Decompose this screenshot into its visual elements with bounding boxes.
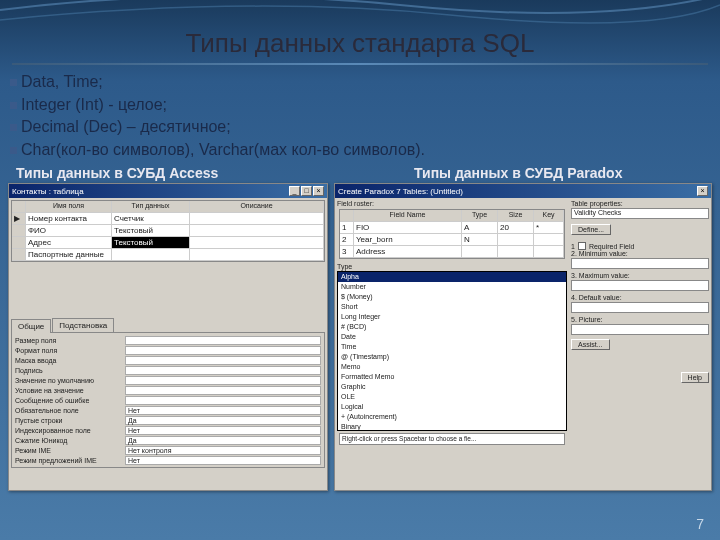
paradox-titlebar: Create Paradox 7 Tables: (Untitled) × bbox=[335, 184, 711, 198]
table-props-select[interactable]: Validity Checks bbox=[571, 208, 709, 219]
paradox-window-title: Create Paradox 7 Tables: (Untitled) bbox=[338, 187, 463, 196]
type-option[interactable]: Formatted Memo bbox=[338, 372, 566, 382]
type-option[interactable]: OLE bbox=[338, 392, 566, 402]
type-dropdown[interactable]: Текстовый Текстовый Поле МЕМО Числовой Д… bbox=[112, 237, 190, 249]
property-row[interactable]: Обязательное полеНет bbox=[14, 405, 322, 415]
type-option[interactable]: Memo bbox=[338, 362, 566, 372]
type-dropdown-menu[interactable]: Текстовый Поле МЕМО Числовой Дата/время … bbox=[112, 248, 190, 249]
required-field-check[interactable]: 1Required Field bbox=[571, 242, 709, 250]
picture-input[interactable] bbox=[571, 324, 709, 335]
property-row[interactable]: Формат поля bbox=[14, 345, 322, 355]
type-option[interactable]: Graphic bbox=[338, 382, 566, 392]
tab-lookup[interactable]: Подстановка bbox=[52, 318, 114, 332]
property-row[interactable]: Маска ввода bbox=[14, 355, 322, 365]
property-row[interactable]: Режим предложений IMEНет bbox=[14, 455, 322, 465]
default-value-input[interactable] bbox=[571, 302, 709, 313]
access-window: Контакты : таблица _ □ × Имя поля Тип да… bbox=[8, 183, 328, 491]
bullet-2: Decimal (Dec) – десятичное; bbox=[21, 118, 231, 135]
define-button[interactable]: Define... bbox=[571, 224, 611, 235]
property-row[interactable]: Размер поля bbox=[14, 335, 322, 345]
property-row[interactable]: Значение по умолчанию bbox=[14, 375, 322, 385]
bullet-3: Char(кол-во символов), Varchar(мах кол-в… bbox=[21, 141, 425, 158]
property-row[interactable]: Сжатие ЮникодДа bbox=[14, 435, 322, 445]
type-option[interactable]: $ (Money) bbox=[338, 292, 566, 302]
type-option[interactable]: Binary bbox=[338, 422, 566, 431]
hint-box: Right-click or press Spacebar to choose … bbox=[339, 433, 565, 445]
bullet-1: Integer (Int) - целое; bbox=[21, 96, 167, 113]
access-titlebar: Контакты : таблица _ □ × bbox=[9, 184, 327, 198]
bullet-list: Data, Time; Integer (Int) - целое; Decim… bbox=[0, 71, 720, 160]
property-row[interactable]: Подпись bbox=[14, 365, 322, 375]
minimize-button[interactable]: _ bbox=[289, 186, 300, 196]
type-option[interactable]: Short bbox=[338, 302, 566, 312]
type-label: Type bbox=[337, 263, 567, 270]
paradox-type-list[interactable]: AlphaNumber$ (Money)ShortLong Integer# (… bbox=[337, 271, 567, 431]
paradox-field-grid[interactable]: Field Name Type Size Key 1FIOA20* 2Year_… bbox=[339, 209, 565, 259]
property-row[interactable]: Индексированное полеНет bbox=[14, 425, 322, 435]
type-option[interactable]: + (Autoincrement) bbox=[338, 412, 566, 422]
close-button[interactable]: × bbox=[313, 186, 324, 196]
type-option[interactable]: Long Integer bbox=[338, 312, 566, 322]
slide-title: Типы данных стандарта SQL bbox=[0, 28, 720, 59]
close-button[interactable]: × bbox=[697, 186, 708, 196]
property-row[interactable]: Условие на значение bbox=[14, 385, 322, 395]
access-field-grid[interactable]: Имя поля Тип данных Описание ▶Номер конт… bbox=[11, 200, 325, 262]
maximize-button[interactable]: □ bbox=[301, 186, 312, 196]
bullet-0: Data, Time; bbox=[21, 73, 103, 90]
paradox-window: Create Paradox 7 Tables: (Untitled) × Fi… bbox=[334, 183, 712, 491]
assist-button[interactable]: Assist... bbox=[571, 339, 610, 350]
field-roster-label: Field roster: bbox=[337, 200, 567, 207]
title-rule bbox=[12, 63, 708, 65]
type-option[interactable]: @ (Timestamp) bbox=[338, 352, 566, 362]
access-properties: Размер поляФормат поляМаска вводаПодпись… bbox=[11, 332, 325, 468]
access-tabs: Общие Подстановка bbox=[11, 318, 325, 332]
type-option[interactable]: Logical bbox=[338, 402, 566, 412]
subtitle-paradox: Типы данных в СУБД Paradox bbox=[332, 165, 704, 181]
min-value-input[interactable] bbox=[571, 258, 709, 269]
table-props-label: Table properties: bbox=[571, 200, 709, 207]
type-option[interactable]: Time bbox=[338, 342, 566, 352]
type-option[interactable]: Date bbox=[338, 332, 566, 342]
page-number: 7 bbox=[696, 516, 704, 532]
max-value-input[interactable] bbox=[571, 280, 709, 291]
help-button[interactable]: Help bbox=[681, 372, 709, 383]
property-row[interactable]: Пустые строкиДа bbox=[14, 415, 322, 425]
subtitle-access: Типы данных в СУБД Access bbox=[16, 165, 332, 181]
property-row[interactable]: Режим IMEНет контроля bbox=[14, 445, 322, 455]
type-option[interactable]: # (BCD) bbox=[338, 322, 566, 332]
tab-general[interactable]: Общие bbox=[11, 319, 51, 333]
property-row[interactable]: Сообщение об ошибке bbox=[14, 395, 322, 405]
type-option[interactable]: Number bbox=[338, 282, 566, 292]
type-option[interactable]: Alpha bbox=[338, 272, 566, 282]
access-window-title: Контакты : таблица bbox=[12, 187, 84, 196]
